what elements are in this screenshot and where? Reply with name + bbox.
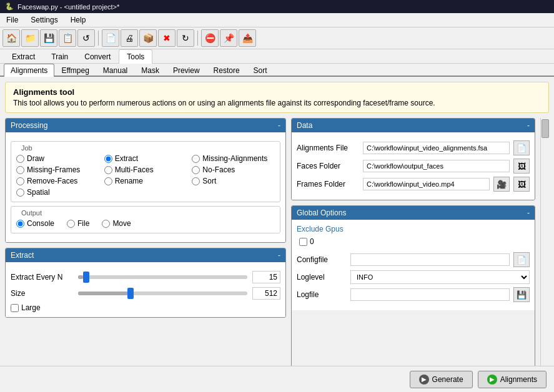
frames-folder-btn-image[interactable]: 🖼 [513,177,530,192]
generate-icon: ▶ [419,375,429,385]
extract-every-n-fill [78,275,83,279]
output-move-radio[interactable] [102,220,110,228]
tab-mask[interactable]: Mask [134,64,166,77]
toolbar-print[interactable]: 🖨 [121,29,138,47]
output-console[interactable]: Console [16,219,54,228]
app-icon: 🐍 [5,2,14,11]
output-file[interactable]: File [67,219,89,228]
scrollbar[interactable] [540,118,549,383]
output-file-radio[interactable] [67,220,75,228]
logfile-row: Logfile 💾 [297,287,530,302]
job-no-faces[interactable]: No-Faces [192,165,275,174]
toolbar: 🏠 📁 💾 📋 ↺ 📄 🖨 📦 ✖ ↻ ⛔ 📌 📤 [0,27,554,49]
tab-convert[interactable]: Convert [76,49,119,64]
menu-help[interactable]: Help [67,14,90,26]
tab-sort[interactable]: Sort [247,64,274,77]
toolbar-reload[interactable]: ↺ [77,29,95,47]
alignments-file-btn[interactable]: 📄 [513,140,530,155]
job-extract-label: Extract [115,154,138,163]
job-draw[interactable]: Draw [16,154,99,163]
toolbar-save[interactable]: 💾 [40,29,57,47]
tab-train[interactable]: Train [43,49,76,64]
faces-folder-row: Faces Folder 🖼 [297,159,530,174]
job-spatial-radio[interactable] [16,189,24,197]
toolbar-separator-2 [197,31,198,46]
tab-restore[interactable]: Restore [207,64,247,77]
toolbar-upload[interactable]: 📤 [239,29,256,47]
exclude-gpus-label: Exclude Gpus [297,225,344,233]
global-options-collapse[interactable]: - [527,208,530,217]
frames-folder-btn-video[interactable]: 🎥 [493,177,510,192]
configfile-btn[interactable]: 📄 [513,252,530,267]
extract-every-n-value[interactable] [252,271,280,283]
output-console-radio[interactable] [16,220,24,228]
toolbar-stop[interactable]: ⛔ [201,29,219,47]
processing-collapse[interactable]: - [278,121,280,130]
job-remove-faces-label: Remove-Faces [27,177,77,185]
toolbar-separator-1 [98,31,99,46]
size-track[interactable] [78,292,247,295]
tab-preview[interactable]: Preview [166,64,207,77]
extract-every-n-row: Extract Every N [11,271,280,283]
configfile-input[interactable] [350,253,510,266]
job-radio-grid: Draw Extract Missing-Alignments Mis [16,154,275,197]
job-draw-radio[interactable] [16,155,24,163]
tab-manual[interactable]: Manual [96,64,134,77]
logfile-input[interactable] [350,288,510,301]
data-panel: Data - Alignments File 📄 Faces Folder 🖼 [291,118,535,200]
toolbar-save-as[interactable]: 📋 [59,29,76,47]
generate-button[interactable]: ▶ Generate [410,371,473,388]
data-collapse[interactable]: - [527,121,530,130]
extract-every-n-track[interactable] [78,275,247,279]
faces-folder-input[interactable] [363,160,510,172]
extract-collapse[interactable]: - [278,251,280,260]
toolbar-new[interactable]: 📄 [102,29,119,47]
toolbar-home[interactable]: 🏠 [2,29,20,47]
tab-extract[interactable]: Extract [4,49,43,64]
job-sort-radio[interactable] [192,177,200,185]
alignments-file-input[interactable] [363,142,510,154]
job-sort[interactable]: Sort [192,177,275,185]
faces-folder-btn[interactable]: 🖼 [513,159,530,174]
toolbar-close-x[interactable]: ✖ [158,29,176,47]
toolbar-pin[interactable]: 📌 [220,29,237,47]
toolbar-refresh[interactable]: ↻ [177,29,194,47]
job-missing-alignments[interactable]: Missing-Alignments [192,154,275,163]
job-missing-frames-radio[interactable] [16,166,24,174]
job-multi-faces[interactable]: Multi-Faces [104,165,187,174]
alignments-icon: ▶ [487,375,497,385]
job-missing-frames[interactable]: Missing-Frames [16,165,99,174]
loglevel-label: Loglevel [297,273,347,282]
job-extract-radio[interactable] [104,155,112,163]
job-remove-faces[interactable]: Remove-Faces [16,177,99,185]
menu-settings[interactable]: Settings [27,14,61,26]
tab-alignments[interactable]: Alignments [4,64,54,77]
job-rename-radio[interactable] [104,177,112,185]
tab-effmpeg[interactable]: Effmpeg [54,64,96,77]
alignments-button[interactable]: ▶ Alignments [478,371,547,388]
job-missing-alignments-radio[interactable] [192,155,200,163]
frames-folder-input[interactable] [363,178,490,190]
job-remove-faces-radio[interactable] [16,177,24,185]
loglevel-select[interactable]: DEBUG INFO WARNING ERROR CRITICAL [350,270,530,284]
tab-tools[interactable]: Tools [119,49,152,64]
size-value[interactable] [252,287,280,300]
job-multi-faces-radio[interactable] [104,166,112,174]
job-spatial[interactable]: Spatial [16,188,99,197]
toolbar-export[interactable]: 📦 [139,29,157,47]
menu-file[interactable]: File [2,14,22,26]
job-extract[interactable]: Extract [104,154,187,163]
extract-every-n-thumb[interactable] [83,272,89,283]
output-move[interactable]: Move [102,219,131,228]
scrollbar-thumb[interactable] [542,119,549,138]
faces-folder-label: Faces Folder [297,162,359,170]
toolbar-open[interactable]: 📁 [21,29,39,47]
large-checkbox[interactable] [11,304,19,312]
job-rename[interactable]: Rename [104,177,187,185]
size-thumb[interactable] [127,288,134,299]
gpu-checkbox-row: 0 [299,237,530,246]
job-no-faces-radio[interactable] [192,166,200,174]
output-row: Console File Move [16,219,275,228]
logfile-btn[interactable]: 💾 [513,287,530,302]
gpu-0-checkbox[interactable] [299,238,307,246]
